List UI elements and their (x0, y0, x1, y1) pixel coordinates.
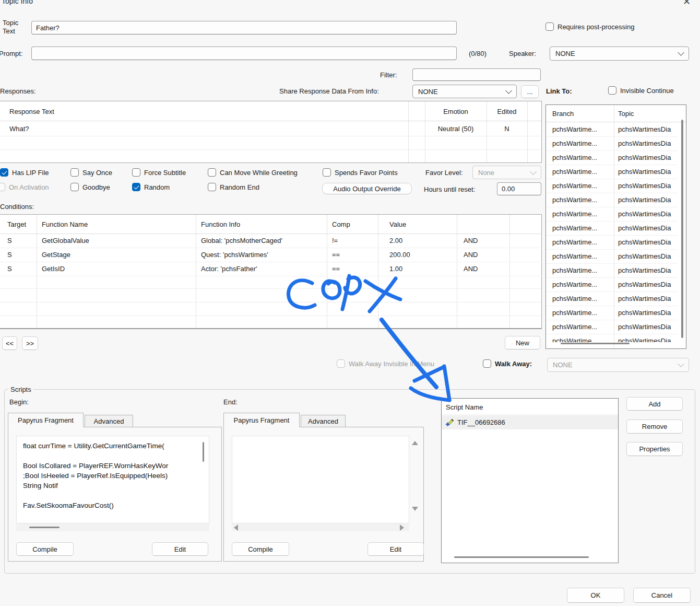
topic-col-header[interactable]: Topic (618, 110, 634, 118)
begin-compile-button[interactable]: Compile (16, 542, 74, 556)
checkbox-icon[interactable] (70, 183, 79, 191)
horizontal-scrollbar[interactable] (232, 523, 409, 531)
checkbox-checked-icon[interactable] (0, 168, 8, 177)
responses-col-edited[interactable]: Edited (487, 108, 527, 115)
end-code-editor[interactable] (232, 436, 409, 523)
list-item[interactable]: pchsWartime... pchsWartimesDia (546, 236, 678, 250)
conditions-col-function-name[interactable]: Function Name (42, 220, 88, 228)
audio-output-override-button[interactable]: Audio Output Override (322, 183, 412, 194)
responses-col-emotion[interactable]: Emotion (425, 108, 487, 115)
scroll-down-icon[interactable] (412, 507, 418, 511)
table-row[interactable]: S GetStage Quest: 'pchsWartimes' == 200.… (0, 248, 542, 262)
checkbox-icon[interactable] (545, 22, 554, 31)
scrollbar-thumb[interactable] (29, 527, 60, 528)
branch-topic-list[interactable]: Branch Topic pchsWartime... pchsWartimes… (545, 104, 686, 349)
properties-script-button[interactable]: Properties (626, 442, 683, 456)
scroll-up-icon[interactable] (412, 441, 418, 445)
checkbox-icon[interactable] (608, 86, 616, 95)
say-once-checkbox[interactable]: Say Once (70, 168, 112, 177)
random-checkbox[interactable]: Random (132, 183, 170, 191)
close-icon[interactable]: ✕ (683, 0, 691, 7)
checkbox-icon[interactable] (132, 168, 140, 177)
tab-begin-advanced[interactable]: Advanced (85, 415, 133, 427)
share-response-select[interactable]: NONE (412, 85, 517, 98)
list-item[interactable]: pchsWartime... pchsWartimesDia (546, 123, 678, 137)
list-item[interactable]: pchsWartime... pchsWartimesDia (546, 207, 678, 222)
filter-label: Filter: (380, 71, 397, 79)
responses-table[interactable]: Response Text Emotion Edited What? Neutr… (0, 101, 542, 163)
remove-script-button[interactable]: Remove (626, 419, 683, 434)
list-item[interactable]: pchsWartime... pchsWartimesDia (546, 278, 678, 292)
vertical-scrollbar[interactable] (203, 442, 204, 462)
conditions-col-target[interactable]: Target (7, 220, 26, 228)
list-item[interactable]: pchsWartime... pchsWartimesDia (546, 264, 678, 278)
list-item[interactable]: pchsWartime... pchsWartimesDia (546, 250, 678, 264)
script-name-list[interactable]: Script Name TIF__06692686 (441, 398, 619, 563)
begin-code-editor[interactable]: float currTime = Utility.GetCurrentGameT… (16, 436, 209, 523)
checkbox-icon[interactable] (323, 168, 331, 177)
responses-col-text[interactable]: Response Text (9, 108, 54, 115)
horizontal-scrollbar[interactable] (16, 523, 209, 531)
scroll-right-icon[interactable] (400, 525, 404, 531)
tab-begin-papyrus-fragment[interactable]: Papyrus Fragment (8, 413, 84, 427)
prev-condition-button[interactable]: << (2, 336, 17, 350)
checkbox-icon[interactable] (483, 359, 491, 368)
conditions-col-comp[interactable]: Comp (332, 220, 350, 228)
table-row[interactable]: S GetIsID Actor: 'pchsFather' == 1.00 AN… (0, 262, 542, 276)
script-list-item[interactable]: TIF__06692686 (442, 416, 618, 429)
invisible-continue-checkbox[interactable]: Invisible Continue (608, 86, 674, 95)
begin-edit-button[interactable]: Edit (152, 542, 208, 556)
topic-text-input[interactable] (31, 21, 457, 34)
conditions-col-function-info[interactable]: Function Info (201, 220, 240, 228)
goodbye-checkbox[interactable]: Goodbye (70, 183, 110, 191)
list-item[interactable]: pchsWartime... pchsWartimesDia (546, 222, 678, 236)
has-lip-file-checkbox[interactable]: Has LIP File (0, 168, 49, 177)
responses-label: Responses: (0, 87, 36, 95)
hours-until-reset-input[interactable] (497, 182, 541, 195)
checkbox-icon[interactable] (208, 183, 216, 191)
list-item[interactable]: pchsWartime... pchsWartimesDia (546, 179, 678, 193)
horizontal-scrollbar[interactable] (561, 343, 630, 344)
force-subtitle-checkbox[interactable]: Force Subtitle (132, 168, 186, 177)
hours-until-reset-label: Hours until reset: (424, 185, 475, 193)
table-row[interactable]: S GetGlobalValue Global: 'pchsMotherCage… (0, 234, 542, 248)
speaker-select[interactable]: NONE (550, 46, 689, 61)
list-item[interactable]: pchsWartime... pchsWartimesDia (546, 320, 678, 334)
branch-col-header[interactable]: Branch (552, 110, 574, 118)
requires-post-processing-checkbox[interactable]: Requires post-processing (545, 22, 634, 31)
add-script-button[interactable]: Add (626, 397, 683, 411)
list-item[interactable]: pchsWartime... pchsWartimesDia (546, 292, 678, 306)
table-row[interactable]: What? Neutral (50) N (0, 121, 542, 136)
list-item[interactable]: pchsWartime... pchsWartimesDia (546, 306, 678, 320)
spends-favor-points-checkbox[interactable]: Spends Favor Points (323, 168, 398, 177)
tab-end-advanced[interactable]: Advanced (301, 415, 346, 427)
scroll-left-icon[interactable] (234, 525, 238, 531)
cancel-button[interactable]: Cancel (633, 588, 691, 603)
ok-button[interactable]: OK (567, 588, 624, 603)
list-item[interactable]: pchsWartime... pchsWartimesDia (546, 193, 678, 207)
walk-away-checkbox[interactable]: Walk Away: (483, 359, 532, 368)
list-item[interactable]: pchsWartime... pchsWartimesDia (546, 151, 678, 165)
checkbox-icon[interactable] (208, 168, 216, 177)
script-name-col-header[interactable]: Script Name (446, 403, 483, 411)
checkbox-checked-icon[interactable] (132, 183, 140, 191)
random-end-checkbox[interactable]: Random End (208, 183, 259, 191)
share-response-browse-button[interactable]: ... (521, 85, 539, 98)
conditions-col-value[interactable]: Value (389, 220, 406, 228)
can-move-while-greeting-checkbox[interactable]: Can Move While Greeting (208, 168, 298, 177)
list-item[interactable]: pchsWartime... pchsWartimesDia (546, 165, 678, 179)
topic-text-label-line2: Text (3, 27, 15, 35)
vertical-scrollbar[interactable] (681, 120, 683, 338)
list-item[interactable]: pchsWartime... pchsWartimesDia (546, 137, 678, 151)
filter-input[interactable] (412, 68, 541, 81)
conditions-table[interactable]: Target Function Name Function Info Comp … (0, 214, 542, 329)
horizontal-scrollbar[interactable] (454, 556, 589, 558)
list-item[interactable]: pchsWartime... pchsWartimesDia (546, 334, 678, 342)
prompt-input[interactable] (31, 46, 457, 60)
next-condition-button[interactable]: >> (22, 336, 38, 350)
checkbox-icon[interactable] (70, 168, 79, 177)
tab-end-papyrus-fragment[interactable]: Papyrus Fragment (223, 413, 300, 427)
end-edit-button[interactable]: Edit (367, 542, 424, 556)
end-compile-button[interactable]: Compile (232, 542, 289, 556)
new-condition-button[interactable]: New (505, 336, 540, 349)
